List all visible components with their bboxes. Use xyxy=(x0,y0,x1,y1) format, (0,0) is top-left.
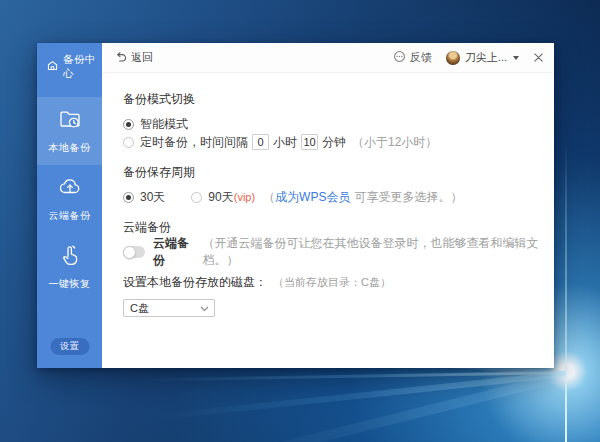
disk-heading: 设置本地备份存放的磁盘： xyxy=(123,274,267,291)
cloud-toggle-label: 云端备份 xyxy=(153,235,197,269)
section-heading: 备份模式切换 xyxy=(123,91,540,108)
chevron-down-icon[interactable] xyxy=(513,56,519,60)
close-button[interactable] xyxy=(533,52,544,63)
back-label: 返回 xyxy=(131,50,153,65)
settings-button[interactable]: 设置 xyxy=(50,338,89,355)
sidebar-header-label: 备份中心 xyxy=(63,53,102,81)
minutes-input[interactable] xyxy=(301,134,318,150)
cloud-backup-toggle[interactable] xyxy=(123,246,145,258)
timed-mode-label[interactable]: 定时备份，时间间隔 xyxy=(140,134,248,151)
minutes-unit-label: 分钟 xyxy=(322,134,346,151)
smart-mode-row: 智能模式 xyxy=(123,115,540,133)
sidebar-nav: 本地备份 云端备份 xyxy=(37,97,102,301)
section-disk: 设置本地备份存放的磁盘： （当前存放目录：C盘） C盘 xyxy=(123,274,540,317)
retention-90-label[interactable]: 90天 xyxy=(208,189,233,206)
sidebar-item-local-backup[interactable]: 本地备份 xyxy=(37,97,102,165)
sidebar: 备份中心 本地备份 xyxy=(37,43,102,368)
cloud-toggle-row: 云端备份 （开通云端备份可让您在其他设备登录时，也能够查看和编辑文档。） xyxy=(123,243,540,261)
sidebar-item-one-click-restore[interactable]: 一键恢复 xyxy=(37,233,102,301)
section-heading: 云端备份 xyxy=(123,219,540,236)
disk-hint: （当前存放目录：C盘） xyxy=(273,275,391,290)
hours-input[interactable] xyxy=(252,134,269,150)
sidebar-item-label: 云端备份 xyxy=(49,209,91,223)
sidebar-item-cloud-backup[interactable]: 云端备份 xyxy=(37,165,102,233)
backup-center-window: 备份中心 本地备份 xyxy=(37,43,554,368)
retention-hint-open: （ xyxy=(263,189,275,206)
timed-mode-hint: （小于12小时） xyxy=(352,134,437,151)
sidebar-item-label: 本地备份 xyxy=(49,141,91,155)
cloud-upload-icon xyxy=(57,174,83,204)
section-cloud-backup: 云端备份 云端备份 （开通云端备份可让您在其他设备登录时，也能够查看和编辑文档。… xyxy=(123,219,540,261)
feedback-button[interactable]: 反馈 xyxy=(393,49,432,67)
back-button[interactable]: 返回 xyxy=(115,49,153,67)
light-beam-vertical xyxy=(565,140,567,442)
desktop-wallpaper: 备份中心 本地备份 xyxy=(0,0,600,442)
hand-click-icon xyxy=(57,242,83,272)
toggle-knob xyxy=(123,246,136,259)
username[interactable]: 刀尖上... xyxy=(465,50,507,65)
retention-hint-rest: 可享受更多选择。） xyxy=(354,189,462,206)
retention-30-label[interactable]: 30天 xyxy=(140,189,165,206)
retention-options-row: 30天 90天 (vip) （ 成为WPS会员 可享受更多选择。） xyxy=(123,188,540,206)
disk-select-value: C盘 xyxy=(130,301,149,316)
folder-clock-icon xyxy=(57,106,83,136)
disk-select[interactable]: C盘 xyxy=(123,299,215,317)
sidebar-item-label: 一键恢复 xyxy=(49,277,91,291)
backup-center-home-icon xyxy=(46,58,59,76)
main-panel: 返回 反馈 xyxy=(102,43,554,368)
sidebar-header: 备份中心 xyxy=(37,43,102,89)
topbar-right: 反馈 刀尖上... xyxy=(393,49,544,67)
hours-unit-label: 小时 xyxy=(273,134,297,151)
wps-member-link[interactable]: 成为WPS会员 xyxy=(275,189,350,206)
smart-mode-label[interactable]: 智能模式 xyxy=(140,116,188,133)
chevron-down-icon xyxy=(200,302,209,314)
section-retention: 备份保存周期 30天 90天 (vip) （ 成为WPS会员 可享受更多选择。） xyxy=(123,164,540,206)
comment-dots-icon xyxy=(393,49,406,67)
section-heading: 备份保存周期 xyxy=(123,164,540,181)
vip-tag: (vip) xyxy=(234,191,255,203)
settings-content: 备份模式切换 智能模式 定时备份，时间间隔 小时 分钟 （小于12小时） xyxy=(102,73,554,317)
cloud-hint: （开通云端备份可让您在其他设备登录时，也能够查看和编辑文档。） xyxy=(203,235,540,269)
smart-mode-radio[interactable] xyxy=(123,119,134,130)
disk-heading-row: 设置本地备份存放的磁盘： （当前存放目录：C盘） xyxy=(123,274,540,291)
timed-mode-row: 定时备份，时间间隔 小时 分钟 （小于12小时） xyxy=(123,133,540,151)
retention-90-radio[interactable] xyxy=(191,192,202,203)
user-avatar[interactable] xyxy=(446,51,460,65)
timed-mode-radio[interactable] xyxy=(123,137,134,148)
topbar: 返回 反馈 xyxy=(102,43,554,73)
retention-30-radio[interactable] xyxy=(123,192,134,203)
section-backup-mode: 备份模式切换 智能模式 定时备份，时间间隔 小时 分钟 （小于12小时） xyxy=(123,91,540,151)
feedback-label: 反馈 xyxy=(410,50,432,65)
undo-arrow-icon xyxy=(115,49,127,67)
